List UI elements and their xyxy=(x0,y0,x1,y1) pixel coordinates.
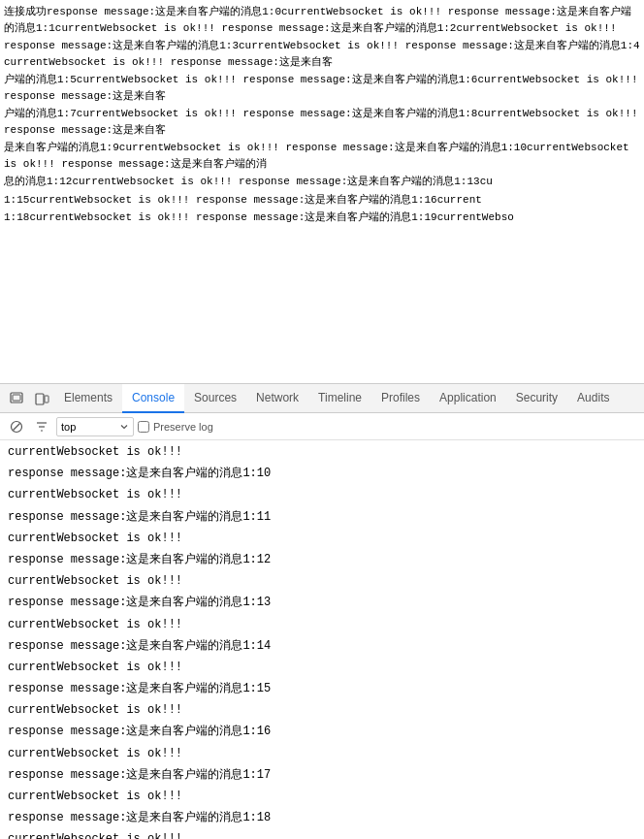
filter-icon[interactable] xyxy=(31,416,52,437)
console-toolbar: Preserve log xyxy=(0,413,644,440)
filter-input[interactable] xyxy=(61,421,119,433)
console-line: response message:这是来自客户端的消息1:14 xyxy=(0,636,644,658)
tab-timeline[interactable]: Timeline xyxy=(308,384,371,413)
console-line: response message:这是来自客户端的消息1:13 xyxy=(0,593,644,614)
tab-network[interactable]: Network xyxy=(246,384,308,413)
console-line: response message:这是来自客户端的消息1:16 xyxy=(0,722,644,743)
console-line: currentWebsocket is ok!!! xyxy=(0,529,644,550)
console-line: currentWebsocket is ok!!! xyxy=(0,485,644,506)
console-line: currentWebsocket is ok!!! xyxy=(0,787,644,808)
page-content-area: 连接成功response message:这是来自客户端的消息1:0curren… xyxy=(0,0,644,383)
console-line: currentWebsocket is ok!!! xyxy=(0,744,644,765)
console-line: currentWebsocket is ok!!! xyxy=(0,571,644,593)
tab-audits[interactable]: Audits xyxy=(567,384,619,413)
tab-profiles[interactable]: Profiles xyxy=(371,384,430,413)
console-line: currentWebsocket is ok!!! xyxy=(0,615,644,636)
tab-sources[interactable]: Sources xyxy=(184,384,246,413)
console-output[interactable]: currentWebsocket is ok!!!response messag… xyxy=(0,440,644,839)
devtools-panel: Elements Console Sources Network Timelin… xyxy=(0,383,644,839)
console-line: response message:这是来自客户端的消息1:10 xyxy=(0,464,644,485)
console-line: response message:这是来自客户端的消息1:12 xyxy=(0,550,644,571)
device-mode-icon[interactable] xyxy=(29,386,54,411)
svg-rect-3 xyxy=(45,396,48,403)
console-line: response message:这是来自客户端的消息1:15 xyxy=(0,679,644,700)
inspect-element-icon[interactable] xyxy=(4,386,29,411)
tab-application[interactable]: Application xyxy=(430,384,506,413)
console-line: response message:这是来自客户端的消息1:17 xyxy=(0,765,644,787)
preserve-log-checkbox[interactable] xyxy=(138,421,149,433)
console-line: currentWebsocket is ok!!! xyxy=(0,442,644,464)
filter-input-wrap[interactable] xyxy=(56,417,134,436)
svg-rect-1 xyxy=(13,395,20,401)
console-line: response message:这是来自客户端的消息1:18 xyxy=(0,808,644,829)
console-line: currentWebsocket is ok!!! xyxy=(0,700,644,722)
svg-line-5 xyxy=(14,423,20,430)
console-line: currentWebsocket is ok!!! xyxy=(0,658,644,679)
preserve-log-wrap: Preserve log xyxy=(138,421,213,433)
console-line: response message:这是来自客户端的消息1:11 xyxy=(0,507,644,529)
preserve-log-label: Preserve log xyxy=(153,421,213,433)
devtools-tab-bar: Elements Console Sources Network Timelin… xyxy=(0,384,644,413)
console-line: currentWebsocket is ok!!! xyxy=(0,829,644,839)
filter-dropdown-icon[interactable] xyxy=(119,422,129,432)
tab-security[interactable]: Security xyxy=(506,384,567,413)
clear-console-icon[interactable] xyxy=(6,416,27,437)
tab-elements[interactable]: Elements xyxy=(54,384,122,413)
tab-console[interactable]: Console xyxy=(122,384,184,413)
svg-rect-2 xyxy=(36,394,44,404)
